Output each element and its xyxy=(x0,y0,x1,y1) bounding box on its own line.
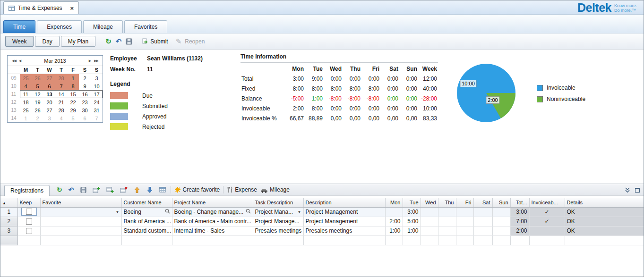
cell-wed-hours[interactable] xyxy=(421,217,438,226)
calendar-day[interactable]: 22 xyxy=(67,98,79,106)
add-line-icon[interactable] xyxy=(105,186,115,193)
lookup-icon[interactable] xyxy=(246,209,251,215)
calendar-day[interactable]: 2 xyxy=(32,114,43,122)
cell-sat-hours[interactable] xyxy=(473,217,492,226)
cell-tue-hours[interactable]: 3:00 xyxy=(403,207,421,217)
cell-wed-hours[interactable] xyxy=(421,226,438,235)
grid-save-icon[interactable] xyxy=(79,187,88,193)
grid-col-header-tot-[interactable]: Tot... xyxy=(510,198,529,207)
lookup-icon[interactable] xyxy=(165,209,170,215)
calendar-day[interactable]: 5 xyxy=(67,114,79,122)
mileage-button[interactable]: Mileage xyxy=(260,186,290,193)
calendar-day[interactable]: 28 xyxy=(55,74,67,82)
cell-fri-hours[interactable] xyxy=(456,226,473,235)
calendar-day[interactable]: 7 xyxy=(91,114,103,122)
delete-line-icon[interactable] xyxy=(119,186,129,193)
calendar-day[interactable]: 19 xyxy=(32,98,43,106)
calendar-day[interactable]: 20 xyxy=(43,98,55,106)
insert-line-icon[interactable] xyxy=(91,186,102,193)
cell-customer-name[interactable]: Standard custom... xyxy=(121,226,172,235)
calendar-day[interactable]: 31 xyxy=(91,106,103,114)
grid-col-header-thu[interactable]: Thu xyxy=(438,198,456,207)
cell-sat-hours[interactable] xyxy=(473,226,492,235)
calendar-day[interactable]: 24 xyxy=(91,98,103,106)
cell-task-description[interactable]: Presales meetings xyxy=(253,226,303,235)
cell-mon-hours[interactable]: 1:00 xyxy=(385,226,403,235)
keep-checkbox[interactable] xyxy=(26,209,32,215)
dropdown-icon[interactable]: ▼ xyxy=(116,210,120,214)
cell-description[interactable]: Project Management xyxy=(303,217,385,226)
cell-keep[interactable] xyxy=(17,217,40,226)
tab-favorites[interactable]: Favorites xyxy=(124,20,167,33)
calendar-day[interactable]: 4 xyxy=(20,82,32,90)
calendar-day[interactable]: 15 xyxy=(67,90,79,98)
reopen-button[interactable]: ✎ Reopen xyxy=(172,38,207,45)
calendar-day[interactable]: 1 xyxy=(20,114,32,122)
cell-project-name[interactable]: Bank of America - Main contr... xyxy=(172,217,253,226)
calendar-day[interactable]: 10 xyxy=(91,82,103,90)
calendar-day[interactable]: 16 xyxy=(79,90,91,98)
cell-sun-hours[interactable] xyxy=(492,207,510,217)
collapse-panel-icon[interactable] xyxy=(625,187,630,193)
cell-sun-hours[interactable] xyxy=(492,226,510,235)
move-down-icon[interactable] xyxy=(145,186,155,193)
cell-tue-hours[interactable]: 1:00 xyxy=(403,226,421,235)
grid-col-header-fri[interactable]: Fri xyxy=(456,198,473,207)
calendar-day[interactable]: 11 xyxy=(20,90,32,98)
expense-button[interactable]: Expense xyxy=(227,186,257,193)
calendar-day[interactable]: 3 xyxy=(91,74,103,82)
cell-task-description[interactable]: Project Manage... xyxy=(253,217,303,226)
calendar-day[interactable]: 27 xyxy=(43,106,55,114)
view-button-day[interactable]: Day xyxy=(35,36,59,47)
cell-thu-hours[interactable] xyxy=(438,217,456,226)
close-icon[interactable]: × xyxy=(70,5,74,11)
tab-mileage[interactable]: Mileage xyxy=(83,20,123,33)
calendar-day[interactable]: 14 xyxy=(55,90,67,98)
keep-checkbox[interactable] xyxy=(26,228,32,234)
grid-col-header-details[interactable]: Details xyxy=(565,198,644,207)
document-tab[interactable]: Time & Expenses × xyxy=(3,1,79,14)
keep-checkbox[interactable] xyxy=(26,218,32,225)
calendar-day[interactable]: 3 xyxy=(43,114,55,122)
cell-project-name[interactable]: Boeing - Change manage... xyxy=(172,207,253,217)
calendar-day[interactable]: 8 xyxy=(67,82,79,90)
grid-col-header-tue[interactable]: Tue xyxy=(403,198,421,207)
cell-description[interactable]: Presales meetings xyxy=(303,226,385,235)
cell-keep[interactable] xyxy=(17,226,40,235)
calendar-next-year-icon[interactable]: ▶▶ xyxy=(93,59,100,63)
cell-favorite[interactable] xyxy=(40,226,121,235)
calendar-day[interactable]: 18 xyxy=(20,98,32,106)
grid-col-header-wed[interactable]: Wed xyxy=(421,198,438,207)
cell-customer-name[interactable]: Boeing xyxy=(121,207,172,217)
cell-favorite[interactable] xyxy=(40,217,121,226)
calendar-day[interactable]: 26 xyxy=(32,74,43,82)
cell-customer-name[interactable]: Bank of America ... xyxy=(121,217,172,226)
move-up-icon[interactable] xyxy=(132,186,142,193)
calendar-day[interactable]: 29 xyxy=(67,106,79,114)
tab-registrations[interactable]: Registrations xyxy=(4,185,50,196)
cell-project-name[interactable]: Internal time - Sales xyxy=(172,226,253,235)
tab-time[interactable]: Time xyxy=(3,20,35,33)
grid-col-header-rownum[interactable]: ▲ xyxy=(0,198,17,207)
save-icon[interactable] xyxy=(124,38,134,45)
grid-col-header-keep[interactable]: Keep xyxy=(17,198,40,207)
cell-fri-hours[interactable] xyxy=(456,217,473,226)
calendar-day[interactable]: 9 xyxy=(79,82,91,90)
dropdown-icon[interactable]: ▼ xyxy=(298,210,301,214)
calendar-day[interactable]: 23 xyxy=(79,98,91,106)
calendar-day[interactable]: 13 xyxy=(43,90,55,98)
cell-sat-hours[interactable] xyxy=(473,207,492,217)
calendar-day[interactable]: 28 xyxy=(55,106,67,114)
grid-col-header-mon[interactable]: Mon xyxy=(385,198,403,207)
cell-sun-hours[interactable] xyxy=(492,217,510,226)
submit-button[interactable]: Submit xyxy=(139,38,170,45)
grid-col-header-customer-name[interactable]: Customer Name xyxy=(121,198,172,207)
cell-thu-hours[interactable] xyxy=(438,207,456,217)
cell-wed-hours[interactable] xyxy=(421,207,438,217)
calendar-day[interactable]: 26 xyxy=(32,106,43,114)
cell-mon-hours[interactable]: 2:00 xyxy=(385,217,403,226)
calendar-next-month-icon[interactable]: ▶ xyxy=(87,59,93,63)
calendar-day[interactable]: 12 xyxy=(32,90,43,98)
grid-col-header-sat[interactable]: Sat xyxy=(473,198,492,207)
cell-fri-hours[interactable] xyxy=(456,207,473,217)
